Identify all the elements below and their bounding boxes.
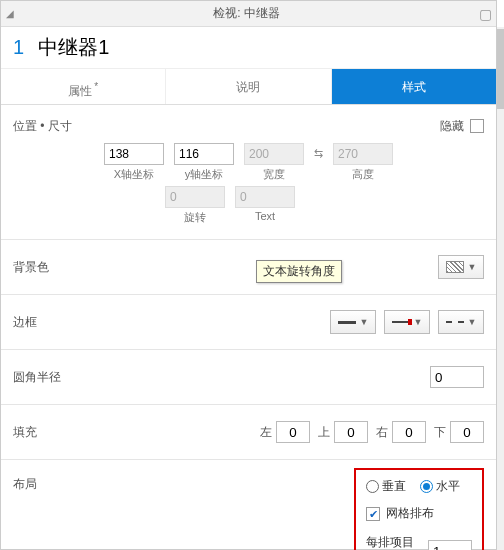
- layout-highlight-box: 垂直 水平 网格排布 每排项目数: [354, 468, 484, 550]
- section-border: 边框 ▼ ▼ ▼: [1, 295, 496, 350]
- section-radius: 圆角半径: [1, 350, 496, 405]
- y-label: y轴坐标: [174, 167, 234, 182]
- w-input: [244, 143, 304, 165]
- text-rot-field: Text: [235, 186, 295, 225]
- dirty-marker: *: [94, 81, 98, 92]
- per-row-label: 每排项目数: [366, 534, 420, 550]
- pad-left-input[interactable]: [276, 421, 310, 443]
- tab-strip: 属性* 说明 样式: [1, 69, 496, 105]
- x-label: X轴坐标: [104, 167, 164, 182]
- bgcolor-label: 背景色: [13, 259, 49, 276]
- tab-properties-label: 属性: [68, 84, 92, 98]
- border-width-button[interactable]: ▼: [330, 310, 376, 334]
- document-icon[interactable]: ▢: [474, 6, 496, 22]
- radius-input[interactable]: [430, 366, 484, 388]
- text-rot-label: Text: [235, 210, 295, 222]
- object-index: 1: [13, 36, 24, 59]
- hatch-icon: [446, 261, 464, 273]
- rot-input: [165, 186, 225, 208]
- aspect-lock-icon[interactable]: ⇆: [314, 147, 323, 160]
- text-rot-input: [235, 186, 295, 208]
- section-layout: 布局 垂直 水平 网格排布 每排项目数: [1, 460, 496, 550]
- section-padding: 填充 左 上 右 下: [1, 405, 496, 460]
- chevron-down-icon: ▼: [468, 317, 477, 327]
- tooltip: 文本旋转角度: [256, 260, 342, 283]
- pad-right-label: 右: [376, 424, 388, 441]
- pen-color-icon: [392, 321, 410, 323]
- h-field: 高度: [333, 143, 393, 182]
- h-label: 高度: [333, 167, 393, 182]
- pad-right-input[interactable]: [392, 421, 426, 443]
- pad-top-input[interactable]: [334, 421, 368, 443]
- grid-label: 网格排布: [386, 505, 434, 522]
- x-field: X轴坐标: [104, 143, 164, 182]
- x-input[interactable]: [104, 143, 164, 165]
- radius-label: 圆角半径: [13, 369, 61, 386]
- border-style-button[interactable]: ▼: [438, 310, 484, 334]
- radio-icon: [366, 480, 379, 493]
- position-header: 位置 • 尺寸: [13, 118, 72, 135]
- radio-horizontal[interactable]: 水平: [420, 478, 460, 495]
- line-weight-icon: [338, 321, 356, 324]
- chevron-down-icon: ▼: [360, 317, 369, 327]
- y-input[interactable]: [174, 143, 234, 165]
- h-input: [333, 143, 393, 165]
- y-field: y轴坐标: [174, 143, 234, 182]
- border-color-button[interactable]: ▼: [384, 310, 430, 334]
- scrollbar-thumb[interactable]: [497, 29, 504, 109]
- padding-label: 填充: [13, 424, 37, 441]
- section-position: 位置 • 尺寸 隐藏 X轴坐标 y轴坐标: [1, 105, 496, 240]
- border-label: 边框: [13, 314, 37, 331]
- section-bgcolor: 背景色 ▼: [1, 240, 496, 295]
- dash-style-icon: [446, 321, 464, 323]
- w-label: 宽度: [244, 167, 304, 182]
- chevron-down-icon: ▼: [414, 317, 423, 327]
- pad-bottom-label: 下: [434, 424, 446, 441]
- w-field: 宽度: [244, 143, 304, 182]
- layout-label: 布局: [13, 468, 37, 493]
- rot-label: 旋转: [165, 210, 225, 225]
- grid-checkbox[interactable]: [366, 507, 380, 521]
- pad-bottom-input[interactable]: [450, 421, 484, 443]
- radio-vertical[interactable]: 垂直: [366, 478, 406, 495]
- radio-vertical-label: 垂直: [382, 479, 406, 493]
- rot-field: 旋转: [165, 186, 225, 225]
- radio-icon: [420, 480, 433, 493]
- per-row-input[interactable]: [428, 540, 472, 550]
- collapse-chevron-icon[interactable]: ◢: [1, 8, 19, 19]
- panel-title: 检视: 中继器: [19, 5, 474, 22]
- tab-style[interactable]: 样式: [332, 69, 496, 104]
- object-name[interactable]: 中继器1: [38, 34, 109, 61]
- tab-notes[interactable]: 说明: [166, 69, 331, 104]
- chevron-down-icon: ▼: [468, 262, 477, 272]
- radio-horizontal-label: 水平: [436, 479, 460, 493]
- hide-label: 隐藏: [440, 118, 464, 135]
- object-header: 1 中继器1: [1, 27, 496, 69]
- bgcolor-picker-button[interactable]: ▼: [438, 255, 484, 279]
- tab-properties[interactable]: 属性*: [1, 69, 166, 104]
- pad-top-label: 上: [318, 424, 330, 441]
- panel-title-bar: ◢ 检视: 中继器 ▢: [1, 1, 496, 27]
- pad-left-label: 左: [260, 424, 272, 441]
- hide-checkbox[interactable]: [470, 119, 484, 133]
- vertical-scrollbar[interactable]: [497, 27, 504, 550]
